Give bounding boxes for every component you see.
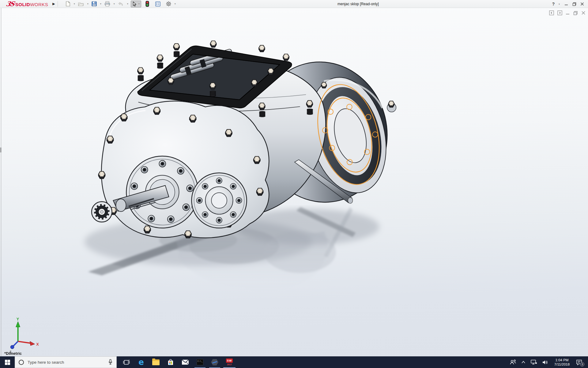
windows-taskbar: Type here to search e	[0, 356, 588, 368]
orientation-triad[interactable]: Y X Z	[9, 317, 39, 354]
save-caret[interactable]: ▾	[100, 2, 101, 5]
solidworks-2017-icon: SW 2017	[226, 358, 233, 366]
volume-status[interactable]	[540, 356, 550, 368]
action-center-button[interactable]: 3	[574, 356, 584, 368]
microsoft-store-icon	[167, 359, 174, 366]
close-button[interactable]	[578, 0, 586, 8]
print-icon	[104, 1, 110, 6]
cortana-icon	[19, 360, 24, 365]
network-status[interactable]	[529, 356, 539, 368]
speaker-icon	[542, 360, 548, 365]
select-caret[interactable]: ▾	[138, 2, 140, 5]
minimize-button[interactable]	[562, 0, 570, 8]
mail-icon	[182, 359, 189, 365]
search-placeholder: Type here to search	[28, 360, 108, 365]
view-orientation-label: *Dimetric	[4, 351, 22, 356]
print-button[interactable]	[104, 1, 111, 7]
toolbar-separator	[58, 1, 58, 7]
system-tray: 1:04 PM 7/11/2018 3	[508, 356, 588, 368]
people-button[interactable]	[508, 356, 518, 368]
undo-button[interactable]	[117, 1, 124, 7]
start-button[interactable]	[0, 356, 15, 368]
file-properties-button[interactable]	[155, 1, 161, 7]
new-document-icon	[65, 1, 70, 6]
new-caret[interactable]: ▾	[74, 2, 75, 5]
spline-coupler	[92, 202, 112, 222]
open-caret[interactable]: ▾	[87, 2, 89, 5]
print-caret[interactable]: ▾	[114, 2, 115, 5]
ethernet-icon	[530, 359, 537, 365]
open-button[interactable]	[77, 1, 85, 7]
clock[interactable]: 1:04 PM 7/11/2018	[551, 356, 573, 368]
windows-logo-icon	[5, 360, 10, 365]
people-icon	[510, 359, 516, 365]
solidworks-logo: 3S SOLID WORKS	[6, 0, 48, 8]
taskbar-app-solidworks-2017[interactable]: SW 2017	[222, 356, 237, 368]
restore-icon	[572, 2, 576, 6]
tray-time: 1:04 PM	[554, 358, 570, 362]
output-boss[interactable]	[192, 173, 247, 228]
minimize-icon	[564, 2, 568, 6]
select-cursor-icon	[132, 2, 137, 6]
solidworks-titlebar: 3S SOLID WORKS ▶ ▾ ▾ ▾	[0, 0, 588, 8]
options-button[interactable]	[165, 1, 172, 7]
options-caret[interactable]: ▾	[175, 2, 176, 5]
rebuild-button[interactable]	[145, 0, 150, 7]
gearbox-3d-model[interactable]: Y X Z	[0, 8, 588, 356]
undo-caret[interactable]: ▾	[127, 2, 128, 5]
save-button[interactable]	[91, 1, 97, 7]
task-view-icon	[123, 359, 130, 365]
taskbar-app-microsoft-store[interactable]	[163, 356, 178, 368]
microphone-icon[interactable]	[108, 359, 113, 365]
tray-date: 7/11/2018	[554, 362, 570, 366]
open-folder-icon	[78, 2, 84, 6]
help-caret[interactable]: ▾	[559, 3, 560, 6]
close-icon	[580, 2, 584, 6]
file-explorer-icon	[152, 359, 160, 365]
help-button[interactable]: ?	[550, 0, 558, 8]
brand-3s-glyph: 3S	[5, 0, 15, 8]
triad-y-label: Y	[17, 317, 19, 321]
graphics-viewport[interactable]: Y X Z *Dimetric	[0, 8, 588, 356]
command-prompt-icon: C:\_	[197, 359, 203, 365]
rebuild-traffic-light-icon	[145, 1, 149, 7]
new-document-button[interactable]	[65, 1, 71, 7]
edge-icon: e	[138, 358, 144, 366]
taskbar-app-command-prompt[interactable]: C:\_	[193, 356, 207, 368]
document-title: menjac sklop [Read-only]	[337, 0, 379, 8]
toolbar-flyout-arrow-icon[interactable]: ▶	[52, 2, 55, 6]
triad-x-label: X	[36, 342, 39, 347]
undo-arrow-icon	[118, 2, 124, 6]
taskbar-app-mail[interactable]	[178, 356, 193, 368]
file-properties-icon	[155, 2, 160, 6]
chevron-up-icon	[521, 361, 526, 364]
save-floppy-icon	[92, 1, 97, 6]
hexagon-app-icon	[211, 359, 218, 366]
select-button[interactable]: ▾	[131, 1, 141, 7]
taskbar-app-edge[interactable]: e	[134, 356, 149, 368]
hidden-icons-chevron[interactable]	[519, 356, 527, 368]
notification-badge: 3	[580, 362, 584, 366]
restore-button[interactable]	[570, 0, 578, 8]
options-gear-icon	[166, 1, 171, 6]
taskbar-app-file-explorer[interactable]	[149, 356, 163, 368]
search-input[interactable]: Type here to search	[15, 356, 117, 368]
task-view-button[interactable]	[119, 356, 134, 368]
taskbar-app-hexagon[interactable]	[207, 356, 222, 368]
